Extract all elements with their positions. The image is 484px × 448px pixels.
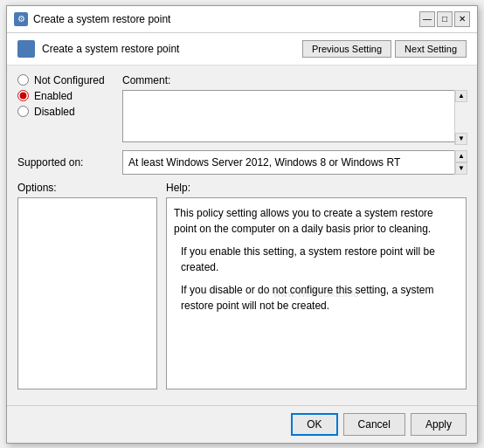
main-window: ⚙ Create a system restore point — □ ✕ Cr… [6,5,478,444]
comment-label: Comment: [122,74,467,86]
main-content: Not Configured Enabled Disabled Comment: [7,65,477,405]
radio-group: Not Configured Enabled Disabled [17,74,114,138]
maximize-button[interactable]: □ [437,11,453,27]
window-title: Create a system restore point [33,13,414,25]
supported-scroll-down[interactable]: ▼ [455,162,467,175]
ok-button[interactable]: OK [291,413,337,436]
supported-text: At least Windows Server 2012, Windows 8 … [128,156,400,169]
radio-enabled[interactable]: Enabled [17,90,114,102]
radio-disabled-input[interactable] [17,106,29,117]
supported-wrapper: At least Windows Server 2012, Windows 8 … [122,150,467,175]
supported-value: At least Windows Server 2012, Windows 8 … [122,150,467,175]
next-setting-button[interactable]: Next Setting [395,40,467,58]
close-button[interactable]: ✕ [454,11,470,27]
comment-scroll-up[interactable]: ▲ [455,90,467,102]
comment-section: Comment: ▲ ▼ [122,74,467,145]
comment-scroll-down[interactable]: ▼ [455,133,467,145]
options-panel: Options: [17,182,157,389]
nav-buttons: Previous Setting Next Setting [302,40,467,58]
apply-button[interactable]: Apply [411,413,467,436]
radio-not-configured[interactable]: Not Configured [17,74,114,86]
header-title: Create a system restore point [42,43,179,55]
header-left: Create a system restore point [17,40,179,58]
help-text: This policy setting allows you to create… [174,205,459,314]
comment-scrollbar: ▲ ▼ [454,90,467,145]
help-box: www.WinToolkit.info This policy setting … [166,197,467,389]
bottom-section: Options: Help: www.WinToolkit.info This … [17,182,467,389]
supported-row: Supported on: At least Windows Server 20… [17,150,467,175]
top-section: Not Configured Enabled Disabled Comment: [17,74,467,145]
supported-label: Supported on: [17,156,114,169]
comment-wrapper: ▲ ▼ [122,90,467,145]
content-header: Create a system restore point Previous S… [7,33,477,65]
supported-scrollbar: ▲ ▼ [454,150,467,175]
minimize-button[interactable]: — [419,11,435,27]
footer: OK Cancel Apply [7,405,477,443]
window-controls: — □ ✕ [419,11,470,27]
options-label: Options: [17,182,157,194]
window-icon: ⚙ [14,12,28,26]
comment-textarea[interactable] [122,90,467,142]
cancel-button[interactable]: Cancel [343,413,405,436]
supported-scroll-up[interactable]: ▲ [455,150,467,162]
radio-disabled-label: Disabled [34,106,75,118]
help-paragraph-3: If you disable or do not configure this … [174,282,459,314]
radio-enabled-input[interactable] [17,90,29,101]
help-panel: Help: www.WinToolkit.info This policy se… [166,182,467,389]
help-paragraph-1: This policy setting allows you to create… [174,205,459,237]
radio-not-configured-label: Not Configured [34,74,105,86]
help-paragraph-2: If you enable this setting, a system res… [174,244,459,275]
radio-not-configured-input[interactable] [17,74,29,86]
previous-setting-button[interactable]: Previous Setting [302,40,391,58]
radio-enabled-label: Enabled [34,90,73,102]
options-box [17,197,157,389]
title-bar: ⚙ Create a system restore point — □ ✕ [7,6,477,33]
help-label: Help: [166,182,467,194]
radio-disabled[interactable]: Disabled [17,106,114,118]
header-icon [17,40,35,58]
